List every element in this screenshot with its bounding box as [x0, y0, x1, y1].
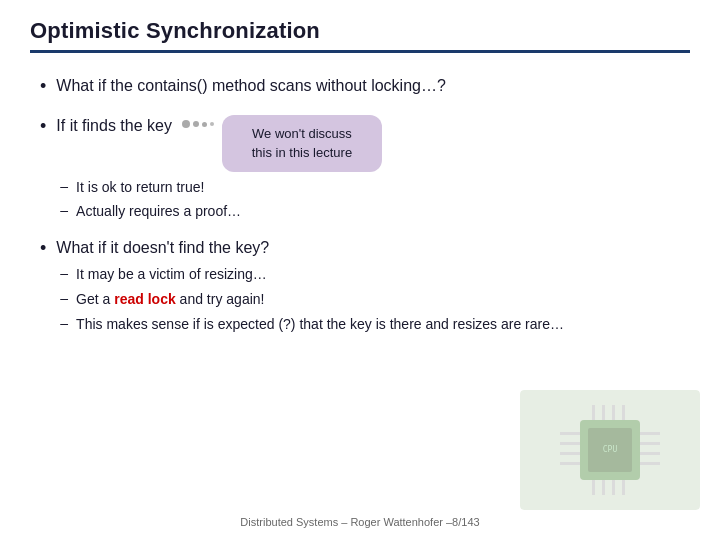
sub-bullet-3-1: – It may be a victim of resizing… — [60, 265, 690, 285]
sub-dash-3-3: – — [60, 315, 68, 331]
bullet-2-content: If it finds the key We won't discuss thi… — [56, 115, 690, 227]
sub-dash-3-2: – — [60, 290, 68, 306]
red-lock-text: read lock — [114, 291, 175, 307]
svg-rect-16 — [602, 480, 605, 495]
slide: Optimistic Synchronization • What if the… — [0, 0, 720, 540]
svg-rect-8 — [640, 442, 660, 445]
callout-bubble: We won't discuss this in this lecture — [222, 115, 382, 171]
callout-dot-2 — [193, 121, 199, 127]
svg-rect-9 — [640, 452, 660, 455]
sub-dash-2-2: – — [60, 202, 68, 218]
svg-rect-11 — [592, 405, 595, 420]
bullet-3: • What if it doesn't find the key? – It … — [40, 237, 690, 339]
sub-bullet-3-2: – Get a read lock and try again! — [60, 290, 690, 310]
bullet-3-sub-bullets: – It may be a victim of resizing… – Get … — [56, 265, 690, 334]
background-chip-image: CPU — [520, 390, 700, 510]
slide-title: Optimistic Synchronization — [30, 18, 690, 44]
slide-content: • What if the contains() method scans wi… — [30, 75, 690, 339]
svg-rect-14 — [622, 405, 625, 420]
bullet-dot-3: • — [40, 238, 46, 259]
svg-rect-3 — [560, 432, 580, 435]
sub-text-2-1: It is ok to return true! — [76, 178, 204, 198]
callout-line2: this in this lecture — [252, 145, 352, 160]
sub-dash-3-1: – — [60, 265, 68, 281]
sub-text-3-3: This makes sense if is expected (?) that… — [76, 315, 564, 335]
sub-dash-2-1: – — [60, 178, 68, 194]
callout-line1: We won't discuss — [252, 126, 352, 141]
bullet-1-text: What if the contains() method scans with… — [56, 77, 446, 94]
footer-text: Distributed Systems – Roger Wattenhofer … — [240, 516, 479, 528]
sub-text-3-2: Get a read lock and try again! — [76, 290, 264, 310]
svg-rect-6 — [560, 462, 580, 465]
bullet-dot-1: • — [40, 76, 46, 97]
svg-rect-4 — [560, 442, 580, 445]
bullet-2-text: If it finds the key — [56, 115, 172, 137]
sub-text-3-1: It may be a victim of resizing… — [76, 265, 267, 285]
bullet-2-sub-bullets: – It is ok to return true! – Actually re… — [56, 178, 690, 222]
callout-dot-1 — [182, 120, 190, 128]
bullet-dot-2: • — [40, 116, 46, 137]
svg-text:CPU: CPU — [603, 445, 618, 454]
svg-rect-7 — [640, 432, 660, 435]
svg-rect-5 — [560, 452, 580, 455]
title-area: Optimistic Synchronization — [30, 18, 690, 53]
bullet-3-content: What if it doesn't find the key? – It ma… — [56, 237, 690, 339]
svg-rect-15 — [592, 480, 595, 495]
bullet-3-text: What if it doesn't find the key? — [56, 239, 269, 256]
bullet-2: • If it finds the key We won't discuss — [40, 115, 690, 227]
footer: Distributed Systems – Roger Wattenhofer … — [0, 516, 720, 528]
bullet-1: • What if the contains() method scans wi… — [40, 75, 690, 97]
svg-rect-10 — [640, 462, 660, 465]
svg-rect-17 — [612, 480, 615, 495]
callout-dot-4 — [210, 122, 214, 126]
callout-dot-3 — [202, 122, 207, 127]
svg-rect-13 — [612, 405, 615, 420]
sub-text-2-2: Actually requires a proof… — [76, 202, 241, 222]
svg-rect-18 — [622, 480, 625, 495]
bullet-1-content: What if the contains() method scans with… — [56, 75, 690, 97]
sub-bullet-2-2: – Actually requires a proof… — [60, 202, 690, 222]
sub-bullet-3-3: – This makes sense if is expected (?) th… — [60, 315, 690, 335]
sub-bullet-2-1: – It is ok to return true! — [60, 178, 690, 198]
svg-rect-12 — [602, 405, 605, 420]
